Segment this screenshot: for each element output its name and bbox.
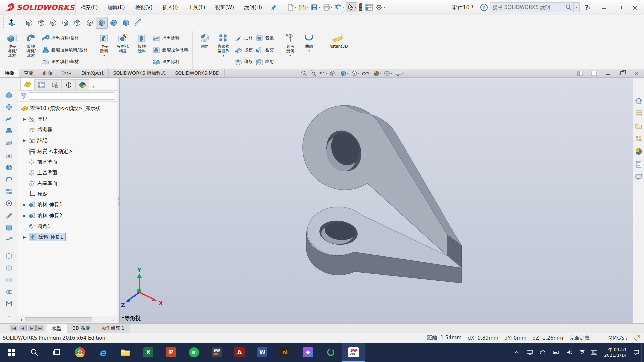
- view-top-icon[interactable]: [71, 17, 84, 29]
- panel-horizontal-scrollbar[interactable]: ‹ ›: [18, 316, 117, 323]
- taskbar-app-edge[interactable]: e: [91, 343, 114, 362]
- taskbar-clock[interactable]: 上午 01:51 2021/1/14: [604, 347, 627, 358]
- toolbar-icon[interactable]: [4, 287, 14, 297]
- document-minimize-button[interactable]: [604, 70, 612, 77]
- view-orientation-icon[interactable]: ▾: [339, 70, 349, 77]
- file-explorer-icon[interactable]: [635, 122, 643, 130]
- toolbar-icon[interactable]: [4, 90, 14, 100]
- boundary-boss-button[interactable]: 邊界填料/基材: [42, 57, 88, 67]
- tab-model[interactable]: 模型: [47, 324, 67, 333]
- action-center-icon[interactable]: [633, 350, 640, 355]
- next-tab-icon[interactable]: ▶: [28, 325, 36, 331]
- linear-pattern-button[interactable]: 直線複 製排列 ▾: [214, 32, 233, 67]
- last-tab-icon[interactable]: ▶|: [36, 325, 44, 331]
- dropdown-caret[interactable]: ▾: [308, 49, 310, 53]
- tab-addins[interactable]: SOLIDWORKS 附加程式: [109, 69, 171, 77]
- toolbar-icon[interactable]: [4, 299, 14, 309]
- view-trimetric-icon[interactable]: [108, 17, 120, 29]
- lofted-boss-button[interactable]: 疊層拉伸填料/基材: [42, 45, 88, 55]
- toolbar-icon[interactable]: [4, 138, 14, 148]
- tab-evaluate[interactable]: 評估: [57, 69, 76, 77]
- tree-item-origin[interactable]: 原點: [18, 189, 117, 199]
- mirror-button[interactable]: 鏡射: [255, 57, 274, 67]
- menu-view[interactable]: 檢視(V): [130, 0, 158, 15]
- show-desktop-sliver[interactable]: [641, 343, 644, 362]
- toolbar-drag-handle[interactable]: [1, 17, 4, 28]
- previous-view-icon[interactable]: ▾: [318, 70, 328, 77]
- expand-arrow-icon[interactable]: ▶: [21, 203, 29, 207]
- undo-icon[interactable]: ▾: [334, 3, 345, 12]
- left-pane-icon[interactable]: [576, 70, 584, 77]
- extruded-cut-button[interactable]: 伸長 除料 ▾: [95, 32, 113, 67]
- selected-tree-item[interactable]: 除料-伸長1: [29, 233, 66, 241]
- menu-window[interactable]: 視窗(W): [210, 0, 239, 15]
- edit-appearance-icon[interactable]: ▾: [372, 70, 382, 77]
- toolbar-icon[interactable]: [4, 223, 14, 232]
- tab-sketch[interactable]: 草圖: [19, 69, 38, 77]
- tab-features[interactable]: 特徵: [0, 69, 19, 77]
- first-tab-icon[interactable]: |◀: [10, 325, 18, 331]
- dimxpertmanager-tab[interactable]: [62, 79, 75, 90]
- hide-show-items-icon[interactable]: ▾: [361, 70, 371, 77]
- help-circle-icon[interactable]: ?: [480, 4, 488, 11]
- zoom-to-area-icon[interactable]: [309, 70, 317, 77]
- displaymanager-tab[interactable]: [75, 79, 89, 90]
- view-dimetric-icon[interactable]: [120, 17, 132, 29]
- tab-dimxpert[interactable]: DimXpert: [76, 69, 109, 77]
- taskbar-app-green-ring[interactable]: [319, 343, 342, 362]
- part-model[interactable]: Y X Z: [120, 78, 633, 323]
- rib-button[interactable]: 肋材: [234, 33, 253, 43]
- dropdown-caret[interactable]: ▾: [103, 53, 105, 58]
- rebuild-traffic-light-icon[interactable]: [358, 2, 364, 13]
- restore-button[interactable]: [615, 4, 624, 11]
- view-bottom-icon[interactable]: [84, 17, 96, 29]
- swept-boss-button[interactable]: 掃出填料/基材: [42, 33, 88, 43]
- tree-item-boss-extrude2[interactable]: ▶ 填料-伸長2: [18, 210, 117, 221]
- select-cursor-icon[interactable]: ▾: [346, 2, 357, 12]
- revolved-boss-button[interactable]: 旋轉 填料/ 基材: [21, 32, 40, 67]
- start-button[interactable]: [0, 343, 23, 362]
- view-right-icon[interactable]: [59, 17, 71, 29]
- scrollbar-track[interactable]: [24, 317, 111, 322]
- appearances-icon[interactable]: [635, 147, 643, 156]
- tab-mbd[interactable]: SOLIDWORKS MBD: [170, 69, 224, 77]
- document-restore-button[interactable]: [618, 70, 627, 77]
- tree-filter-input[interactable]: [29, 92, 114, 100]
- display-style-icon[interactable]: ▾: [350, 70, 360, 77]
- display-list-icon[interactable]: [364, 3, 374, 12]
- language-indicator[interactable]: 英: [580, 349, 584, 355]
- menu-insert[interactable]: 插入(I): [158, 0, 183, 15]
- panel-tabs-expand-icon[interactable]: ›: [92, 83, 94, 90]
- prev-tab-icon[interactable]: ◀: [19, 325, 27, 331]
- fillet-button[interactable]: 圓角: [195, 32, 214, 67]
- taskbar-app-paint-3d[interactable]: [297, 343, 319, 362]
- toolbar-overflow-icon[interactable]: ▾: [4, 311, 14, 321]
- tree-item-history[interactable]: ▶ 歷程: [18, 114, 117, 124]
- close-button[interactable]: ×: [631, 4, 639, 11]
- tray-volume-icon[interactable]: [566, 350, 574, 355]
- toolbar-icon[interactable]: [4, 126, 14, 136]
- tree-item-front-plane[interactable]: 前基準面: [18, 157, 117, 167]
- search-dropdown-icon[interactable]: ▾: [573, 3, 579, 12]
- taskbar-app-word[interactable]: W: [251, 343, 274, 362]
- menu-edit[interactable]: 編輯(E): [103, 0, 130, 15]
- wrap-button[interactable]: 包覆: [255, 33, 274, 43]
- tree-item-boss-extrude1[interactable]: ▶ 填料-伸長1: [18, 199, 117, 210]
- featuremanager-tab[interactable]: [20, 78, 34, 90]
- taskbar-app-excel[interactable]: X: [137, 343, 160, 362]
- propertymanager-tab[interactable]: [34, 79, 48, 90]
- toolbar-icon[interactable]: [4, 198, 14, 208]
- minimize-button[interactable]: [600, 4, 608, 11]
- swept-cut-button[interactable]: 掃出除料: [152, 33, 188, 43]
- tab-motion-study[interactable]: 動作研究 1: [96, 324, 130, 333]
- toolbar-icon[interactable]: [4, 114, 14, 124]
- tree-item-cut-extrude1[interactable]: ▶ 除料-伸長1: [18, 232, 117, 242]
- tree-item-right-plane[interactable]: 右基準面: [18, 178, 117, 189]
- scroll-right-icon[interactable]: ›: [111, 317, 117, 322]
- toolbar-icon[interactable]: [4, 186, 14, 196]
- section-view-icon[interactable]: ▾: [329, 70, 338, 77]
- toolbar-icon[interactable]: [4, 174, 14, 184]
- hole-wizard-button[interactable]: 異型孔 精靈: [113, 32, 132, 67]
- scrollbar-thumb[interactable]: [25, 317, 92, 322]
- taskbar-app-acrobat[interactable]: A: [228, 343, 251, 362]
